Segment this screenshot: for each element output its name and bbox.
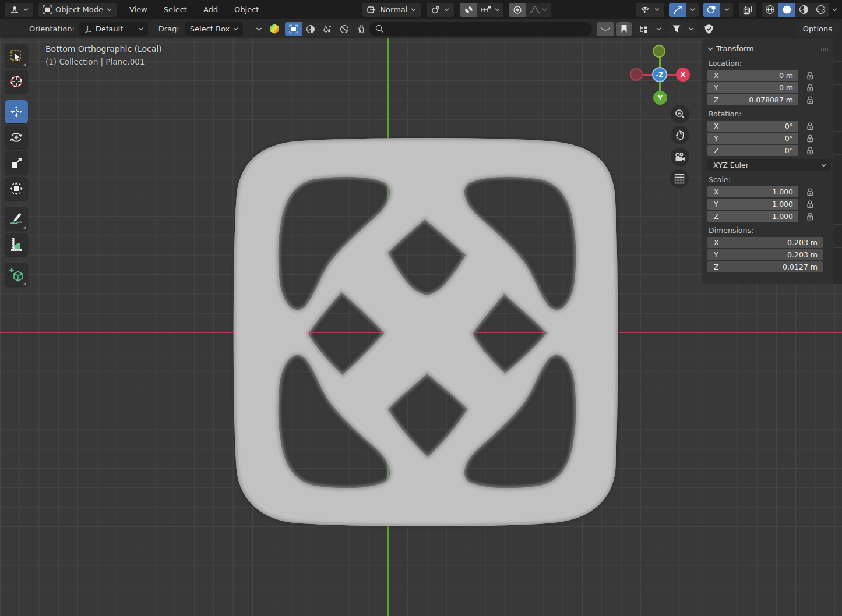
shading-dropdown[interactable] — [829, 3, 840, 17]
scale-x-field[interactable]: X1.000 — [707, 186, 798, 197]
location-x-row: X0 m — [707, 70, 829, 81]
funnel-icon — [672, 24, 681, 33]
shading-wireframe-button[interactable] — [762, 3, 778, 17]
scale-y-field[interactable]: Y1.000 — [707, 199, 798, 210]
rotation-label: Rotation: — [709, 109, 829, 118]
box-region-icon — [289, 24, 298, 34]
location-x-field[interactable]: X0 m — [707, 70, 798, 81]
shading-material-button[interactable] — [795, 3, 812, 17]
tool-measure[interactable] — [5, 233, 28, 256]
lock-icon[interactable] — [806, 213, 814, 221]
tool-cursor[interactable] — [5, 70, 28, 93]
subtool-indicator — [23, 63, 26, 66]
hierarchy-button[interactable] — [635, 22, 653, 36]
location-label: Location: — [709, 59, 829, 68]
dimensions-z-field[interactable]: Z0.0127 m — [707, 261, 823, 272]
rotation-z-field[interactable]: Z0° — [707, 145, 798, 156]
tool-move[interactable] — [5, 100, 28, 123]
falloff-button[interactable] — [597, 22, 614, 36]
proportional-falloff-dropdown[interactable] — [526, 3, 551, 17]
show-object-types-dropdown[interactable] — [636, 3, 664, 17]
gizmos-dropdown[interactable] — [686, 3, 699, 17]
gizmo-axis-neg-z[interactable]: -Z — [652, 67, 667, 82]
lock-icon[interactable] — [806, 84, 814, 92]
menu-object[interactable]: Object — [228, 3, 265, 17]
options-button[interactable]: Options — [796, 22, 839, 36]
panel-grip-icon[interactable] — [820, 44, 829, 53]
lock-icon[interactable] — [806, 188, 814, 196]
hierarchy-dropdown[interactable] — [653, 22, 664, 36]
tool-rotate[interactable] — [5, 126, 28, 149]
location-z-field[interactable]: Z0.078087 m — [707, 94, 798, 105]
camera-view-button[interactable] — [671, 148, 689, 167]
menu-add[interactable]: Add — [198, 3, 224, 17]
rotation-y-field[interactable]: Y0° — [707, 133, 798, 144]
drag-mode-dropdown[interactable]: Select Box — [185, 22, 243, 36]
color-gradient-icon[interactable] — [269, 23, 280, 34]
gizmo-axis-neg-y[interactable] — [653, 45, 665, 58]
pan-button[interactable] — [671, 126, 689, 144]
xray-toggle[interactable] — [739, 3, 756, 17]
transform-orientation-dropdown[interactable]: Normal — [362, 3, 421, 17]
snap-toggle-button[interactable] — [460, 3, 477, 17]
snap-with-dropdown[interactable] — [477, 3, 503, 17]
pivot-point-dropdown[interactable] — [427, 3, 454, 17]
shading-rendered-button[interactable] — [812, 3, 829, 17]
overlays-toggle[interactable] — [703, 3, 720, 17]
gizmo-axis-y[interactable]: Y — [653, 91, 667, 105]
zoom-button[interactable] — [671, 105, 689, 123]
chevron-down-icon — [542, 8, 547, 12]
select-region-button[interactable] — [285, 22, 302, 36]
dimensions-y-field[interactable]: Y0.203 m — [707, 249, 823, 260]
rotation-mode-dropdown[interactable]: XYZ Euler — [707, 159, 831, 171]
x-axis-line — [0, 332, 842, 333]
lock-icon[interactable] — [806, 200, 814, 208]
brush-button[interactable] — [353, 22, 369, 36]
expand-chevron-icon[interactable] — [256, 27, 262, 31]
mode-dropdown[interactable]: Object Mode — [38, 3, 117, 17]
sidebar-tab-strip[interactable] — [834, 38, 842, 284]
view-label: Bottom Orthographic (Local) — [45, 44, 162, 54]
bookmark-button[interactable] — [616, 22, 632, 36]
overlays-dropdown[interactable] — [720, 3, 733, 17]
magnet-icon — [464, 5, 473, 15]
orthographic-toggle-button[interactable] — [670, 169, 689, 188]
chevron-down-icon — [689, 27, 694, 31]
scale-z-field[interactable]: Z1.000 — [707, 211, 798, 222]
lock-icon[interactable] — [806, 72, 814, 80]
tool-annotate[interactable] — [5, 207, 28, 231]
search-input[interactable] — [369, 22, 592, 36]
object-mode-icon — [43, 5, 52, 14]
tool-orientation-dropdown[interactable]: Default — [79, 22, 148, 36]
swirl-sphere-button[interactable] — [336, 22, 353, 36]
filter-dropdown[interactable] — [685, 22, 697, 36]
lock-icon[interactable] — [806, 122, 814, 130]
lock-icon[interactable] — [806, 147, 814, 155]
gizmo-axis-neg-x[interactable] — [630, 68, 643, 81]
falloff-curve-icon — [530, 6, 540, 13]
rotation-x-field[interactable]: X0° — [707, 121, 798, 132]
tool-select-box[interactable] — [5, 44, 28, 68]
tool-scale[interactable] — [5, 151, 28, 175]
tool-transform[interactable] — [5, 177, 28, 200]
location-y-field[interactable]: Y0 m — [707, 82, 798, 93]
shading-solid-button[interactable] — [778, 3, 795, 17]
3d-cursor-icon — [9, 74, 24, 89]
proportional-editing-toggle[interactable] — [509, 3, 526, 17]
scale-icon — [9, 156, 23, 170]
menu-view[interactable]: View — [124, 3, 153, 17]
menu-select[interactable]: Select — [158, 3, 193, 17]
gizmo-axis-x[interactable]: X — [676, 68, 690, 82]
tool-add-cube[interactable] — [5, 263, 28, 286]
lock-icon[interactable] — [806, 96, 814, 104]
droplets-button[interactable] — [319, 22, 336, 36]
sphere-contrast-button[interactable] — [302, 22, 319, 36]
gizmos-toggle[interactable] — [669, 3, 686, 17]
protect-button[interactable] — [700, 22, 717, 36]
panel-collapse-chevron[interactable] — [707, 47, 713, 51]
filter-button[interactable] — [668, 22, 685, 36]
dimensions-x-field[interactable]: X0.203 m — [707, 237, 823, 248]
lock-icon[interactable] — [806, 134, 814, 143]
tool-orientation-value: Default — [96, 24, 124, 33]
editor-type-dropdown[interactable] — [5, 3, 33, 17]
